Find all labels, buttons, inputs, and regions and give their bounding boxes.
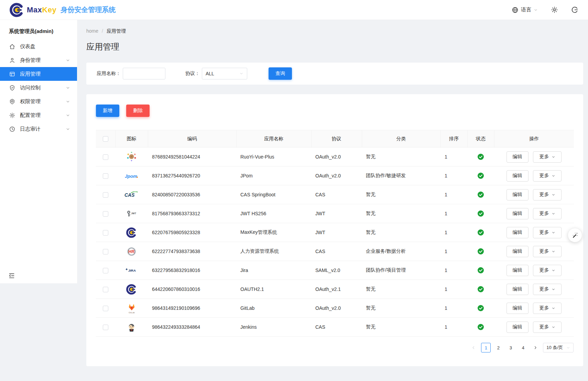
sidebar-item-config[interactable]: 配置管理 [0, 108, 77, 122]
edit-button[interactable]: 编辑 [507, 303, 529, 314]
app-code: 622076759805923328 [148, 223, 236, 242]
page-button[interactable]: 4 [518, 343, 528, 352]
chevron-down-icon [552, 231, 555, 235]
app-category: 暂无 [362, 318, 440, 337]
app-protocol: JWT [311, 204, 362, 223]
app-category: 团队协作/项目管理 [362, 261, 440, 280]
more-button[interactable]: 更多 [533, 227, 562, 238]
app-code: 824008507220033536 [148, 185, 236, 204]
sidebar-item-identity[interactable]: 身份管理 [0, 53, 77, 67]
table-row: CAS 824008507220033536 CAS SpringBoot CA… [96, 185, 574, 204]
table-header-row: 图标编码应用名称协议分类排序状态操作 [96, 130, 574, 148]
edit-button[interactable]: 编辑 [507, 284, 529, 295]
delete-button[interactable]: 删除 [126, 105, 150, 117]
theme-wand-button[interactable] [568, 228, 582, 242]
sidebar-item-dashboard[interactable]: 仪表盘 [0, 40, 77, 53]
hr-app-icon: HR [126, 245, 137, 258]
more-button[interactable]: 更多 [533, 208, 562, 219]
sidebar-collapse-button[interactable] [8, 272, 15, 279]
row-checkbox[interactable] [103, 268, 108, 273]
protocol-select[interactable]: ALL [202, 68, 247, 79]
main-content: home / 应用管理 应用管理 应用名称： 协议： ALL 查询 新增 删除 [77, 20, 588, 381]
row-checkbox[interactable] [103, 230, 108, 236]
more-button[interactable]: 更多 [533, 170, 562, 182]
edit-button[interactable]: 编辑 [507, 170, 529, 182]
sidebar-item-access[interactable]: 访问控制 [0, 81, 77, 95]
app-name-input[interactable] [123, 68, 165, 79]
header-actions: 语言 [512, 6, 578, 13]
app-code: 632279563832918016 [148, 261, 236, 280]
edit-button[interactable]: 编辑 [507, 189, 529, 200]
cas-app-icon: CAS [124, 188, 139, 201]
row-checkbox[interactable] [103, 173, 108, 179]
svg-text:GitLab: GitLab [128, 311, 135, 314]
row-checkbox[interactable] [103, 154, 108, 160]
row-checkbox[interactable] [103, 192, 108, 198]
edit-button[interactable]: 编辑 [507, 265, 529, 276]
chevron-down-icon [552, 269, 555, 272]
row-checkbox[interactable] [103, 249, 108, 254]
app-protocol: CAS [311, 185, 362, 204]
settings-button[interactable] [551, 6, 558, 13]
gear-icon [551, 6, 558, 13]
sidebar-item-permissions[interactable]: 权限管理 [0, 95, 77, 108]
table-row: JWT 817568793663373312 JWT HS256 JWT 暂无 … [96, 204, 574, 223]
more-button[interactable]: 更多 [533, 303, 562, 314]
row-checkbox[interactable] [103, 325, 108, 330]
row-checkbox[interactable] [103, 211, 108, 217]
search-button[interactable]: 查询 [269, 67, 292, 80]
app-header: Max Key 身份安全管理系统 语言 [0, 0, 588, 20]
edit-button[interactable]: 编辑 [507, 208, 529, 219]
more-button[interactable]: 更多 [533, 246, 562, 257]
edit-button[interactable]: 编辑 [507, 227, 529, 238]
more-button[interactable]: 更多 [533, 189, 562, 200]
page-size-select[interactable]: 10 条/页 [543, 343, 574, 352]
add-button[interactable]: 新增 [96, 105, 119, 117]
sidebar-item-apps[interactable]: 应用管理 [0, 67, 77, 81]
edit-button[interactable]: 编辑 [507, 322, 529, 333]
app-sort: 1 [440, 204, 467, 223]
more-button[interactable]: 更多 [533, 151, 562, 163]
brand: Max Key 身份安全管理系统 [10, 3, 116, 17]
maxkey-app-icon [126, 226, 137, 239]
breadcrumb-home[interactable]: home [86, 28, 98, 34]
more-button[interactable]: 更多 [533, 284, 562, 295]
jira-app-icon: JIRA [124, 264, 139, 277]
app-protocol: OAuth_v2.1 [311, 280, 362, 299]
svg-text:HR: HR [129, 249, 135, 254]
language-menu[interactable]: 语言 [512, 7, 538, 13]
edit-button[interactable]: 编辑 [507, 246, 529, 257]
status-enabled-icon [477, 267, 484, 274]
maxkey-app-icon [126, 283, 137, 296]
app-name: 人力资源管理系统 [236, 242, 311, 261]
app-code: 876892492581044224 [148, 148, 236, 166]
app-category: 暂无 [362, 204, 440, 223]
jpom-app-icon: Jpom [124, 169, 139, 182]
more-button[interactable]: 更多 [533, 265, 562, 276]
app-sort: 1 [440, 223, 467, 242]
svg-text:Jpom: Jpom [125, 173, 137, 178]
clock-icon [9, 126, 15, 132]
table-row: JIRA 632279563832918016 Jira SAML_v2.0 团… [96, 261, 574, 280]
edit-button[interactable]: 编辑 [507, 151, 529, 163]
row-checkbox[interactable] [103, 306, 108, 311]
page-button[interactable]: 1 [481, 343, 491, 352]
column-header: 操作 [494, 130, 574, 148]
breadcrumb: home / 应用管理 [86, 28, 583, 34]
pagination-pages: 1234 [481, 343, 528, 352]
app-category: 暂无 [362, 223, 440, 242]
next-page-button[interactable] [531, 343, 540, 352]
select-all-checkbox[interactable] [103, 136, 108, 142]
page-button[interactable]: 3 [506, 343, 515, 352]
sidebar-item-audit[interactable]: 日志审计 [0, 122, 77, 136]
app-name: Jenkins [236, 318, 311, 337]
previous-page-button[interactable] [469, 343, 478, 352]
chevron-left-icon [471, 346, 476, 350]
page-button[interactable]: 2 [493, 343, 503, 352]
status-enabled-icon [477, 172, 484, 179]
row-checkbox[interactable] [103, 287, 108, 292]
more-button[interactable]: 更多 [533, 322, 562, 333]
app-icon [9, 71, 15, 77]
logout-button[interactable] [571, 6, 578, 13]
svg-text:JWT: JWT [131, 212, 136, 215]
